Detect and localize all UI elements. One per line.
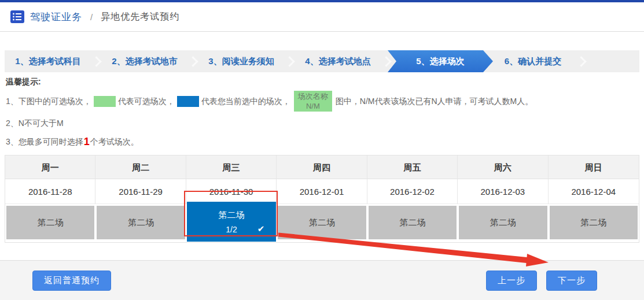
date-cell: 2016-12-02 [367, 179, 458, 204]
chevron-right-icon [576, 56, 586, 66]
chevron-right-icon [187, 56, 198, 66]
session-cell-tue: 第二场 [95, 204, 186, 242]
step-tab-2[interactable]: 2、选择考试地市 [101, 50, 188, 72]
session-cell-sun: 第二场 [549, 204, 639, 242]
page-title: 异地优先考试预约 [101, 11, 179, 23]
tip-1-text-b: 代表可选场次， [118, 95, 175, 107]
sample-session-name: 场次名称 [298, 92, 328, 101]
step-wizard-bar: 1、选择考试科目 2、选择考试地市 3、阅读业务须知 4、选择考试地点 5、选择… [5, 50, 639, 72]
step-tab-3[interactable]: 3、阅读业务须知 [198, 50, 285, 72]
tips-section: 温馨提示: 1、下图中的可选场次， 代表可选场次， 代表您当前选中的场次， 场次… [5, 77, 639, 148]
tip-1-text-c: 代表您当前选中的场次， [201, 95, 290, 107]
session-option-selected[interactable]: 第二场 1/2 ✔ [187, 202, 276, 242]
session-cell-wed: 第二场 1/2 ✔ [186, 204, 277, 242]
tip-3-text-a: 3、您最多可同时选择 [6, 137, 83, 147]
chevron-right-icon [284, 56, 295, 66]
day-header-mon: 周一 [5, 155, 95, 179]
sample-session-quota: N/M [306, 102, 320, 110]
session-option[interactable]: 第二场 [6, 206, 94, 239]
day-header-thu: 周四 [277, 155, 367, 179]
day-header-fri: 周五 [367, 155, 458, 179]
date-cell: 2016-12-01 [277, 179, 367, 204]
tip-3: 3、您最多可同时选择 1 个考试场次。 [6, 136, 639, 148]
day-header-sun: 周日 [549, 155, 639, 179]
tip-2: 2、N不可大于M [6, 118, 639, 129]
step-tab-1[interactable]: 1、选择考试科目 [5, 50, 91, 72]
annotation-overlay [0, 0, 644, 300]
tip-1-text-d: 图中，N/M代表该场次已有N人申请，可考试人数M人。 [336, 95, 533, 107]
session-schedule-table: 周一 周二 周三 周四 周五 周六 周日 2016-11-28 2016-11-… [5, 155, 639, 243]
tip-1-text-a: 1、下图中的可选场次， [6, 95, 91, 107]
breadcrumb-root[interactable]: 驾驶证业务 [30, 10, 82, 24]
tips-heading: 温馨提示: [6, 77, 639, 87]
selected-session-name: 第二场 [219, 210, 245, 221]
date-cell: 2016-12-03 [458, 179, 548, 204]
selected-session-quota: 1/2 [226, 225, 237, 234]
chevron-right-icon [381, 56, 391, 66]
session-cell-sat: 第二场 [458, 204, 548, 242]
date-cell: 2016-11-30 [186, 179, 277, 204]
action-bar: 返回普通预约 上一步 下一步 [0, 260, 644, 300]
session-option[interactable]: 第二场 [97, 206, 185, 239]
session-option[interactable]: 第二场 [369, 206, 457, 239]
session-cell-thu: 第二场 [277, 204, 367, 242]
session-sample-box: 场次名称 N/M [294, 91, 332, 112]
session-option[interactable]: 第二场 [459, 206, 547, 239]
selected-color-swatch [177, 96, 199, 107]
list-icon [10, 10, 24, 23]
tip-1: 1、下图中的可选场次， 代表可选场次， 代表您当前选中的场次， 场次名称 N/M… [6, 91, 639, 112]
day-header-wed: 周三 [186, 155, 277, 179]
breadcrumb-separator: / [90, 12, 93, 22]
session-option[interactable]: 第二场 [550, 206, 638, 239]
date-cell: 2016-12-04 [549, 179, 639, 204]
session-cell-fri: 第二场 [367, 204, 458, 242]
session-cell-mon: 第二场 [5, 204, 95, 242]
session-option[interactable]: 第二场 [278, 206, 366, 239]
check-icon: ✔ [257, 224, 265, 234]
nav-button-group: 上一步 下一步 [486, 271, 597, 291]
available-color-swatch [94, 96, 116, 107]
tip-3-text-b: 个考试场次。 [90, 137, 139, 147]
day-header-sat: 周六 [458, 155, 548, 179]
breadcrumb: 驾驶证业务 / 异地优先考试预约 [0, 2, 644, 32]
max-select-count: 1 [83, 136, 90, 148]
chevron-right-icon [91, 56, 101, 66]
previous-step-button[interactable]: 上一步 [486, 271, 537, 291]
next-step-button[interactable]: 下一步 [546, 271, 597, 291]
step-tab-5-active[interactable]: 5、选择场次 [388, 50, 493, 72]
date-cell: 2016-11-28 [5, 179, 95, 204]
day-header-tue: 周二 [95, 155, 186, 179]
step-tab-6[interactable]: 6、确认并提交 [490, 50, 576, 72]
date-cell: 2016-11-29 [95, 179, 186, 204]
step-tab-4[interactable]: 4、选择考试地点 [295, 50, 381, 72]
back-to-normal-booking-button[interactable]: 返回普通预约 [32, 271, 111, 291]
